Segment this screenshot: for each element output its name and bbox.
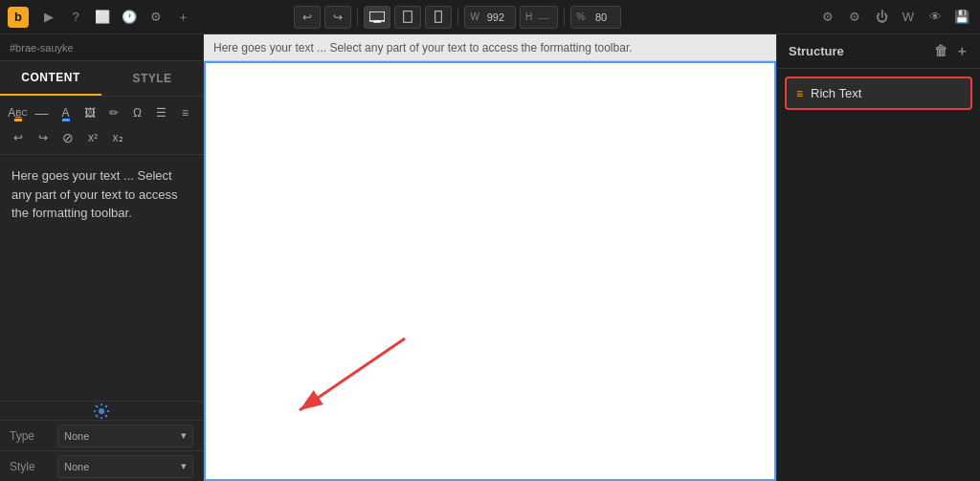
toolbar-action-2[interactable]: ⚙ xyxy=(844,7,865,28)
add-icon[interactable]: ＋ xyxy=(172,7,193,28)
link-button[interactable]: ✏ xyxy=(103,102,123,123)
svg-point-5 xyxy=(99,408,104,414)
top-toolbar: b ▶ ? ⬜ 🕐 ⚙ ＋ ↩ ↪ W H — % ⚙ xyxy=(0,0,980,34)
separator-1 xyxy=(357,9,358,26)
save-icon[interactable]: 💾 xyxy=(951,7,972,28)
format-row-2: ↩ ↪ ⊘ x² x₂ xyxy=(8,127,195,148)
tab-content[interactable]: CONTENT xyxy=(0,61,101,96)
width-label: W xyxy=(470,11,479,22)
right-panel-actions: 🗑 ＋ xyxy=(934,43,969,60)
main-area: #brae-sauyke CONTENT STYLE ABC — A 🖼 ✏ Ω xyxy=(0,34,980,481)
list2-button[interactable]: ≡ xyxy=(175,102,195,123)
type-row: Type None ▾ xyxy=(0,420,203,450)
play-icon[interactable]: ▶ xyxy=(38,7,59,28)
image-button[interactable]: 🖼 xyxy=(79,102,100,123)
svg-rect-4 xyxy=(435,11,442,23)
breadcrumb: #brae-sauyke xyxy=(0,34,203,61)
format-row-1: ABC — A 🖼 ✏ Ω ☰ ≡ xyxy=(8,102,195,123)
resize-handle[interactable] xyxy=(0,401,203,420)
rich-text-item-icon: ≡ xyxy=(796,87,803,100)
separator-2 xyxy=(457,9,458,26)
canvas-hint-text: Here goes your text ... Select any part … xyxy=(213,41,633,55)
canvas-hint-bar: Here goes your text ... Select any part … xyxy=(204,34,776,61)
svg-rect-0 xyxy=(369,11,385,21)
redo-fmt-button[interactable]: ↪ xyxy=(33,127,54,148)
zoom-input[interactable]: % xyxy=(570,6,621,29)
omega-button[interactable]: Ω xyxy=(127,102,147,123)
eye-icon[interactable]: 👁 xyxy=(924,7,946,28)
canvas-content xyxy=(204,61,776,481)
subscript-button[interactable]: x₂ xyxy=(107,127,128,148)
strikethrough-button[interactable]: ⊘ xyxy=(57,127,78,148)
font-color-button[interactable]: A xyxy=(56,102,76,123)
type-label: Type xyxy=(10,429,57,443)
width-value[interactable] xyxy=(481,11,510,23)
rich-text-item-label: Rich Text xyxy=(811,86,861,100)
right-panel-header: Structure 🗑 ＋ xyxy=(777,34,980,69)
style-row: Style None ▾ xyxy=(0,450,203,481)
editor-text: Here goes your text ... Select any part … xyxy=(11,166,191,223)
style-chevron-icon: ▾ xyxy=(181,460,187,472)
zoom-label: % xyxy=(576,11,585,22)
app-logo: b xyxy=(8,7,29,28)
superscript-button[interactable]: x² xyxy=(82,127,103,148)
add-structure-icon[interactable]: ＋ xyxy=(955,43,969,60)
separator-3 xyxy=(564,9,565,26)
wordpress-icon[interactable]: W xyxy=(898,7,919,28)
panel-tabs: CONTENT STYLE xyxy=(0,61,203,97)
type-value: None xyxy=(64,430,89,442)
left-panel: #brae-sauyke CONTENT STYLE ABC — A 🖼 ✏ Ω xyxy=(0,34,204,481)
move-icon xyxy=(94,404,109,419)
style-label: Style xyxy=(10,460,57,473)
device-tablet-button[interactable] xyxy=(394,6,421,29)
pages-icon[interactable]: ⬜ xyxy=(92,7,113,28)
type-chevron-icon: ▾ xyxy=(181,429,187,442)
height-input[interactable]: H — xyxy=(520,6,558,29)
text-format-button[interactable]: ABC xyxy=(8,102,28,123)
power-icon[interactable]: ⏻ xyxy=(871,7,892,28)
zoom-value[interactable] xyxy=(587,11,615,23)
settings-icon[interactable]: ⚙ xyxy=(145,7,167,28)
dash-button[interactable]: — xyxy=(32,102,52,123)
right-panel: Structure 🗑 ＋ ≡ Rich Text xyxy=(776,34,980,481)
history-icon[interactable]: 🕐 xyxy=(119,7,140,28)
height-label: H xyxy=(525,11,532,22)
type-select[interactable]: None ▾ xyxy=(57,425,193,448)
device-mobile-button[interactable] xyxy=(425,6,452,29)
undo-button[interactable]: ↩ xyxy=(294,6,321,29)
toolbar-action-1[interactable]: ⚙ xyxy=(817,7,838,28)
width-input[interactable]: W xyxy=(464,6,515,29)
list-button[interactable]: ☰ xyxy=(151,102,171,123)
style-select[interactable]: None ▾ xyxy=(57,455,193,478)
help-icon[interactable]: ? xyxy=(65,7,86,28)
text-editor[interactable]: Here goes your text ... Select any part … xyxy=(0,155,203,401)
canvas-area[interactable]: Here goes your text ... Select any part … xyxy=(204,34,776,481)
delete-icon[interactable]: 🗑 xyxy=(934,43,947,60)
structure-title: Structure xyxy=(789,44,844,58)
device-desktop-button[interactable] xyxy=(364,6,390,29)
style-value: None xyxy=(64,461,89,472)
height-dash: — xyxy=(534,11,552,23)
structure-item-rich-text[interactable]: ≡ Rich Text xyxy=(785,77,972,110)
redo-button[interactable]: ↪ xyxy=(324,6,351,29)
undo-fmt-button[interactable]: ↩ xyxy=(8,127,29,148)
tab-style[interactable]: STYLE xyxy=(101,61,203,96)
format-toolbar: ABC — A 🖼 ✏ Ω ☰ ≡ ↩ ↪ ⊘ x² x₂ xyxy=(0,97,203,155)
svg-rect-3 xyxy=(404,11,412,23)
